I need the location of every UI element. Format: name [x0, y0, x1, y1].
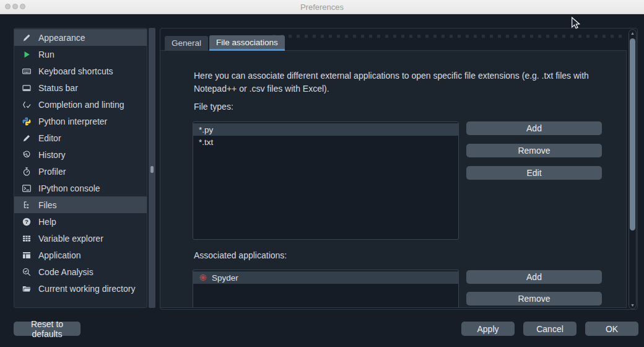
sidebar-item-application[interactable]: Application	[14, 247, 147, 263]
list-item-py[interactable]: *.py	[193, 123, 458, 136]
tab-general[interactable]: General	[165, 36, 208, 51]
associated-apps-remove-button[interactable]: Remove	[466, 292, 602, 305]
file-types-label: File types:	[194, 102, 233, 112]
files-icon	[21, 200, 32, 210]
list-item-label: *.txt	[199, 138, 213, 147]
folder-icon	[21, 283, 32, 294]
sidebar-item-help[interactable]: ?Help	[14, 213, 147, 230]
sidebar-item-current-working-directory[interactable]: Current working directory	[14, 280, 147, 297]
sidebar-item-label: Editor	[38, 133, 61, 143]
editor-icon	[21, 133, 32, 143]
sidebar-item-label: Profiler	[38, 167, 66, 177]
tab-file-associations[interactable]: File associations	[209, 35, 285, 51]
sidebar-item-label: Keyboard shortcuts	[38, 66, 113, 76]
help-icon: ?	[21, 216, 32, 227]
scroll-down-icon[interactable]: ▼	[629, 303, 636, 307]
code-analysis-icon	[21, 266, 32, 277]
file-types-add-button[interactable]: Add	[466, 121, 602, 135]
associated-apps-list[interactable]: Spyder	[193, 270, 459, 307]
tabbar-texture	[272, 35, 623, 38]
sidebar-item-profiler[interactable]: Profiler	[14, 163, 147, 180]
variable-explorer-icon	[21, 233, 32, 244]
main-scrollbar-thumb[interactable]	[630, 38, 635, 231]
sidebar-item-label: Run	[38, 50, 54, 59]
sidebar-item-label: Status bar	[38, 83, 78, 93]
completion-icon	[21, 99, 32, 110]
sidebar-scrollbar[interactable]	[149, 28, 155, 308]
file-types-list[interactable]: *.py*.txt	[193, 121, 459, 240]
associated-apps-label: Associated applications:	[194, 250, 287, 260]
history-icon	[21, 149, 32, 160]
list-item-label: *.py	[199, 125, 213, 134]
profiler-icon	[21, 166, 32, 177]
tabbar: GeneralFile associations	[165, 35, 285, 51]
window-title: Preferences	[0, 2, 644, 12]
preferences-category-list: AppearanceRunKeyboard shortcutsStatus ba…	[14, 28, 147, 308]
list-item-spyder[interactable]: Spyder	[193, 271, 458, 284]
sidebar-item-completion-and-linting[interactable]: Completion and linting	[14, 96, 147, 113]
sidebar-item-editor[interactable]: Editor	[14, 130, 147, 146]
sidebar-item-label: Python interpreter	[38, 116, 107, 126]
apply-button[interactable]: Apply	[461, 322, 515, 336]
sidebar-item-label: Help	[38, 217, 56, 227]
scroll-up-icon[interactable]: ▲	[629, 31, 636, 35]
file-types-edit-button[interactable]: Edit	[466, 166, 602, 180]
sidebar-item-appearance[interactable]: Appearance	[14, 29, 147, 46]
sidebar-item-run[interactable]: Run	[14, 46, 147, 63]
sidebar-item-label: Current working directory	[38, 284, 135, 294]
sidebar-item-variable-explorer[interactable]: Variable explorer	[14, 230, 147, 247]
appearance-icon	[21, 32, 32, 43]
sidebar-scrollbar-thumb[interactable]	[150, 166, 154, 173]
svg-text:?: ?	[25, 218, 28, 225]
reset-to-defaults-button[interactable]: Reset to defaults	[14, 322, 80, 336]
run-icon	[21, 49, 32, 59]
sidebar-item-label: Application	[38, 250, 81, 260]
sidebar-item-python-interpreter[interactable]: Python interpreter	[14, 113, 147, 130]
keyboard-icon	[21, 66, 32, 76]
sidebar-item-label: Code Analysis	[38, 267, 94, 277]
sidebar-item-files[interactable]: Files	[14, 196, 147, 213]
associated-apps-add-button[interactable]: Add	[466, 270, 602, 284]
sidebar-item-label: Completion and linting	[38, 100, 124, 110]
sidebar-item-label: Appearance	[38, 33, 85, 43]
cancel-button[interactable]: Cancel	[523, 322, 577, 336]
list-item-txt[interactable]: *.txt	[193, 136, 458, 148]
ipython-console-icon	[21, 183, 32, 193]
file-associations-description: Here you can associate different externa…	[194, 69, 595, 95]
python-icon	[21, 116, 32, 126]
sidebar-item-label: Variable explorer	[38, 234, 103, 244]
sidebar-item-label: IPython console	[38, 183, 100, 193]
sidebar-item-ipython-console[interactable]: IPython console	[14, 180, 147, 196]
main-scrollbar[interactable]: ▲ ▼	[629, 29, 637, 309]
list-item-label: Spyder	[212, 273, 238, 283]
sidebar-item-history[interactable]: History	[14, 146, 147, 163]
spyder-icon	[199, 273, 207, 282]
sidebar-item-label: Files	[38, 200, 57, 210]
sidebar-item-code-analysis[interactable]: Code Analysis	[14, 263, 147, 280]
ok-button[interactable]: OK	[585, 322, 638, 336]
application-icon	[21, 250, 32, 260]
sidebar-item-keyboard-shortcuts[interactable]: Keyboard shortcuts	[14, 63, 147, 79]
sidebar-item-status-bar[interactable]: Status bar	[14, 79, 147, 96]
titlebar: Preferences	[0, 0, 644, 14]
file-types-remove-button[interactable]: Remove	[466, 144, 602, 157]
sidebar-item-label: History	[38, 150, 66, 160]
statusbar-icon	[21, 82, 32, 93]
